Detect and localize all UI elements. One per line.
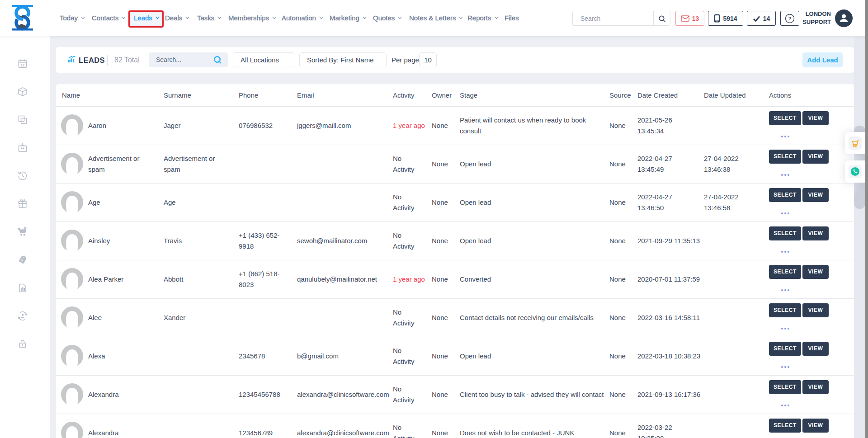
svg-text:12: 12 — [21, 63, 25, 67]
svg-text:?: ? — [788, 16, 792, 21]
